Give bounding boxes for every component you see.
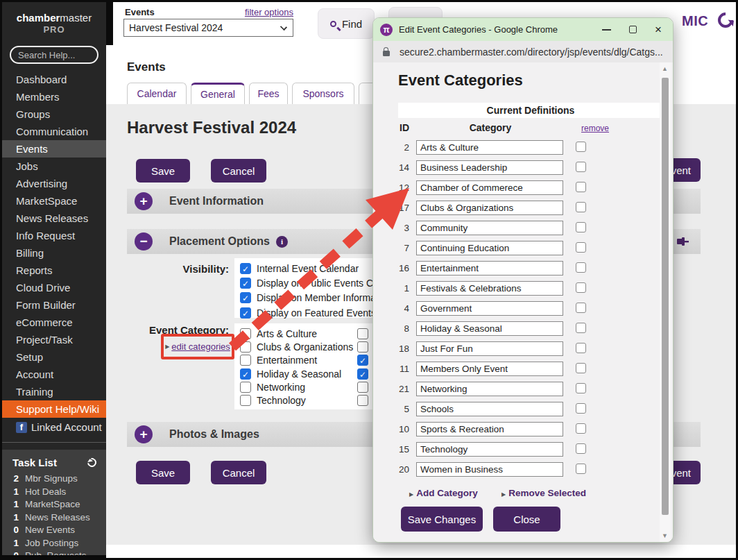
refresh-icon[interactable] (714, 9, 736, 31)
sidebar-item-support-help-wiki[interactable]: Support Help/Wiki (2, 400, 106, 418)
category-name-input[interactable] (416, 281, 563, 296)
sidebar-item-billing[interactable]: Billing (2, 244, 106, 262)
remove-checkbox[interactable] (576, 403, 586, 414)
expand-plus-icon[interactable]: + (135, 425, 153, 443)
checkbox[interactable]: ✓ (240, 307, 251, 319)
filter-options-link[interactable]: filter options (231, 7, 293, 17)
edit-categories-link[interactable]: edit categories (171, 341, 230, 352)
cancel-button-bottom[interactable]: Cancel (211, 461, 266, 484)
task-refresh-icon[interactable] (85, 456, 98, 468)
remove-selected-link[interactable]: ▶Remove Selected (501, 488, 586, 498)
category-name-input[interactable] (416, 321, 563, 336)
checkbox[interactable] (357, 328, 368, 339)
sidebar-item-setup[interactable]: Setup (2, 348, 106, 366)
category-name-input[interactable] (416, 301, 563, 316)
save-changes-button[interactable]: Save Changes (401, 507, 483, 532)
task-list-item[interactable]: 1Hot Deals (2, 486, 106, 499)
add-category-link[interactable]: ▶Add Category (409, 488, 478, 498)
remove-checkbox[interactable] (576, 242, 586, 253)
category-name-input[interactable] (416, 402, 563, 416)
task-list-item[interactable]: 1Job Postings (2, 537, 106, 550)
remove-checkbox[interactable] (576, 303, 586, 313)
remove-checkbox[interactable] (576, 202, 586, 212)
sidebar-item-jobs[interactable]: Jobs (2, 158, 106, 175)
remove-checkbox[interactable] (576, 262, 586, 273)
category-name-input[interactable] (416, 140, 563, 155)
checkbox[interactable] (240, 382, 251, 393)
checkbox[interactable] (240, 355, 251, 366)
category-name-input[interactable] (416, 422, 563, 436)
category-name-input[interactable] (416, 341, 563, 356)
checkbox[interactable]: ✓ (240, 368, 251, 380)
save-button-bottom[interactable]: Save (136, 461, 190, 484)
sidebar-item-linked-account[interactable]: f Linked Account (2, 418, 106, 436)
mic-menu[interactable]: MIC (682, 13, 708, 29)
category-name-input[interactable] (416, 241, 563, 255)
collapse-minus-icon[interactable]: − (135, 232, 153, 251)
checkbox[interactable]: ✓ (357, 368, 368, 380)
checkbox[interactable] (240, 328, 251, 339)
popup-scrollbar[interactable]: ▲ ▼ (660, 62, 671, 543)
close-button[interactable]: Close (493, 507, 560, 532)
sidebar-item-advertising[interactable]: Advertising (2, 175, 106, 192)
task-list-item[interactable]: 2Mbr Signups (2, 473, 106, 486)
category-name-input[interactable] (416, 362, 563, 376)
category-name-input[interactable] (416, 462, 563, 477)
sidebar-item-form-builder[interactable]: Form Builder (2, 296, 106, 314)
remove-checkbox[interactable] (576, 282, 586, 293)
minimize-icon[interactable] (602, 29, 611, 31)
remove-checkbox[interactable] (576, 222, 586, 232)
checkbox[interactable]: ✓ (240, 263, 251, 274)
sidebar-item-project-task[interactable]: Project/Task (2, 331, 106, 348)
checkbox[interactable] (357, 341, 368, 353)
checkbox[interactable]: ✓ (357, 355, 368, 366)
remove-column-link[interactable]: remove (581, 124, 609, 133)
info-icon[interactable]: i (276, 236, 288, 248)
sidebar-item-communication[interactable]: Communication (2, 123, 106, 140)
task-list-item[interactable]: 0Pub. Requests (2, 550, 106, 555)
category-name-input[interactable] (416, 221, 563, 235)
scroll-down-icon[interactable]: ▼ (662, 532, 668, 539)
remove-checkbox[interactable] (576, 423, 586, 434)
sidebar-item-marketspace[interactable]: MarketSpace (2, 192, 106, 210)
sidebar-item-training[interactable]: Training (2, 383, 106, 400)
remove-checkbox[interactable] (576, 343, 586, 353)
sidebar-item-info-request[interactable]: Info Request (2, 227, 106, 244)
tab-general[interactable]: General (191, 83, 245, 104)
window-title-bar[interactable]: π Edit Event Categories - Google Chrome … (373, 18, 673, 41)
sidebar-item-members[interactable]: Members (2, 88, 106, 105)
sidebar-item-ecommerce[interactable]: eCommerce (2, 314, 106, 331)
remove-checkbox[interactable] (576, 323, 586, 333)
remove-checkbox[interactable] (576, 464, 586, 474)
scrollbar-thumb[interactable] (662, 78, 669, 515)
checkbox[interactable]: ✓ (240, 292, 251, 303)
category-name-input[interactable] (416, 160, 563, 175)
task-list-item[interactable]: 1MarketSpace (2, 498, 106, 511)
tab-sponsors[interactable]: Sponsors (292, 83, 354, 104)
sidebar-item-dashboard[interactable]: Dashboard (2, 71, 106, 88)
task-list-item[interactable]: 0New Events (2, 524, 106, 537)
checkbox[interactable] (240, 341, 251, 353)
save-button[interactable]: Save (136, 159, 190, 183)
checkbox[interactable]: ✓ (240, 278, 251, 289)
checkbox[interactable] (357, 395, 368, 406)
remove-checkbox[interactable] (576, 142, 586, 152)
sidebar-item-groups[interactable]: Groups (2, 105, 106, 123)
remove-checkbox[interactable] (576, 443, 586, 454)
category-name-input[interactable] (416, 261, 563, 275)
sidebar-item-reports[interactable]: Reports (2, 262, 106, 279)
remove-checkbox[interactable] (576, 162, 586, 172)
checkbox[interactable] (357, 382, 368, 393)
sidebar-item-events[interactable]: Events (2, 140, 106, 158)
search-help-input[interactable] (10, 46, 98, 64)
tab-fees[interactable]: Fees (249, 83, 288, 104)
cancel-button[interactable]: Cancel (211, 159, 266, 183)
expand-plus-icon[interactable]: + (135, 192, 153, 210)
maximize-icon[interactable] (629, 26, 637, 33)
remove-checkbox[interactable] (576, 383, 586, 393)
event-select[interactable]: Harvest Festival 2024 (123, 19, 293, 37)
remove-checkbox[interactable] (576, 182, 586, 192)
close-icon[interactable]: × (655, 24, 662, 35)
remove-checkbox[interactable] (576, 363, 586, 373)
find-button[interactable]: Find (318, 8, 375, 39)
